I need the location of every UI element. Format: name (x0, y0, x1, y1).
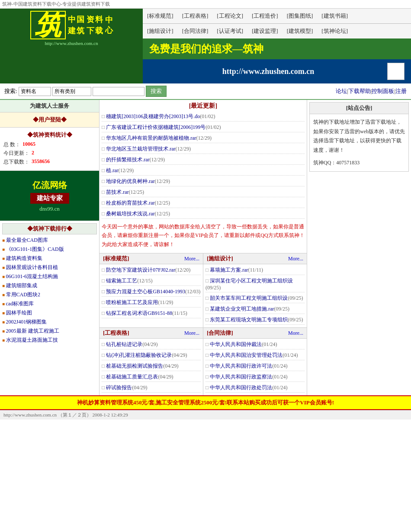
hetong-item-0[interactable]: 中华人民共和国仲裁法 (210, 341, 262, 347)
rank-item-9[interactable]: 2002J401钢梯图集 (6, 319, 47, 325)
cat-biaozhun: [标准规范] More... □ 防空地下室建筑设计07FJ02.rar(12/… (100, 253, 203, 327)
cat-gongjian-more[interactable]: More... (184, 330, 199, 337)
cat-gongjian: [工程表格] More... □ 钻孔桩钻进记录(04/29) □ 钻(冲)孔灌… (100, 328, 203, 395)
nav-luntan[interactable]: [筑神论坛] (317, 26, 352, 37)
update-item-5[interactable]: 植.rar (106, 167, 118, 173)
cat-gongjian-link[interactable]: [工程表格] (103, 329, 129, 337)
rank-item-6[interactable]: 常用CAD图块2 (6, 292, 40, 298)
nav-biaozhun[interactable]: [标准规范] (143, 10, 178, 22)
rank-item-5[interactable]: 建筑细部集成 (6, 282, 37, 288)
nav-area: [标准规范] [工程表格] [工程论文] [工程造价] [图集图纸] [建筑书籍… (143, 9, 411, 83)
ad-line3: dns99.cn (39, 205, 60, 212)
cat-hetong-more[interactable]: More... (288, 330, 303, 337)
date-7: (12/25) (129, 189, 144, 195)
hetong-item-4[interactable]: 中华人民共和国行政处罚法 (210, 385, 272, 391)
nav-zaojia[interactable]: [工程造价] (247, 10, 283, 22)
cat-biaozhun-more[interactable]: More... (184, 256, 199, 262)
biaozhun-item-3[interactable]: 喷粉桩施工工艺及应用 (106, 299, 158, 305)
rank-item-8[interactable]: 园林手绘图 (6, 310, 32, 316)
user-login-text: ◆用户登陆◆ (33, 116, 67, 123)
update-item-2[interactable]: 华东地区几种有前景的耐荫地被植物.rar (106, 135, 196, 141)
shizu-item-0[interactable]: 幕墙施工方案.rar (210, 267, 248, 273)
rank-item-7[interactable]: cad标准图库 (6, 301, 34, 307)
search-label: 搜索: (4, 87, 17, 95)
list-item: □ 苗技术.rar(12/25) (102, 188, 305, 197)
nav-jianli[interactable]: [建设监理] (247, 26, 283, 37)
update-item-1[interactable]: 广东省建设工程计价依据穗建筑[2006]199号 (106, 124, 206, 130)
hetong-item-2[interactable]: 中华人民共和国行政许可法 (210, 363, 272, 369)
nav-tujizhuji[interactable]: [图集图纸] (283, 10, 318, 22)
update-item-7[interactable]: 苗技术.rar (106, 189, 128, 195)
date-2: (12/29) (196, 135, 212, 141)
stats-section: ◆筑神资料统计◆ 总 数： 10065 今日更新： 2 总下载数： 355865… (0, 128, 99, 171)
date-4: (12/29) (150, 157, 165, 163)
nav-shizusheji[interactable]: [施组设计] (143, 26, 178, 37)
gongjian-item-2[interactable]: 桩基础无损检测试验报告 (106, 363, 163, 369)
shizu-item-3[interactable]: 某建筑企业文明工地措施.rar (210, 306, 274, 312)
logo-zhu-char: 筑 (30, 11, 66, 39)
update-item-6[interactable]: 地绿化的优良树种.rar (106, 178, 154, 184)
nav-shujixj[interactable]: [建筑书籍] (317, 10, 352, 22)
update-item-8[interactable]: 栓皮栎的育苗技术.rar (106, 200, 154, 206)
stats-title: ◆筑神资料统计◆ (3, 131, 96, 139)
rank-item-10[interactable]: 2005最新 建筑工程施工 (6, 328, 59, 334)
rank-item-2[interactable]: 建筑构造资料集 (6, 255, 42, 261)
update-item-9[interactable]: 桑树栽培技术浅说.rar (106, 211, 154, 217)
nav-lunwen[interactable]: [工程论文] (212, 10, 247, 22)
shizu-item-2[interactable]: 韶关市某车间工程文明施工组织设 (210, 295, 288, 301)
gongjian-item-3[interactable]: 桩基础施工质量汇总表 (106, 374, 158, 380)
ad-box[interactable]: 亿流网络 建站专家 dns99.cn (0, 171, 99, 221)
update-item-0[interactable]: 穗建筑[2003]106及穗建劳办[2003]13号.do (106, 113, 200, 119)
nav-biaoge[interactable]: [工程表格] (178, 10, 213, 22)
left-sidebar: 为建筑人士服务 ◆用户登陆◆ ◆筑神资料统计◆ 总 数： 10065 今日更新：… (0, 100, 100, 395)
biaozhun-item-4[interactable]: 钻探工程名词术语GB9151-88 (106, 310, 172, 316)
bottom-cats: [标准规范] More... □ 防空地下室建筑设计07FJ02.rar(12/… (100, 253, 307, 395)
search-button[interactable]: 搜索 (146, 86, 167, 97)
promo-banner[interactable]: 神机妙算资料管理系统450元/套,施工安全管理系统2500元/套!联系本站购买成… (0, 395, 411, 410)
forum-link[interactable]: 论坛 (336, 88, 347, 94)
gongjian-item-4[interactable]: 碎试验报告 (106, 385, 132, 391)
biaozhun-item-2[interactable]: 预应力混凝土空心板GB14040-1993 (106, 288, 185, 295)
cat-biaozhun-link[interactable]: [标准规范] (103, 255, 129, 263)
recent-title-link[interactable]: [最近更新] (189, 103, 217, 109)
list-item: □ 华东地区几种有前景的耐荫地被植物.rar(12/29) (102, 134, 305, 143)
rank-item-0[interactable]: 最全最全CAD图库 (6, 237, 48, 243)
nav-hetong[interactable]: [合同法律] (178, 26, 213, 37)
update-item-4[interactable]: 的扦插繁殖技术.rar (106, 157, 149, 163)
logo-url: http://www.zhushen.com.cn (45, 41, 98, 46)
register-link[interactable]: 注册 (395, 88, 407, 94)
nav-kaoshi[interactable]: [认证考试] (212, 26, 247, 37)
hetong-item-1[interactable]: 中华人民共和国治安管理处罚法 (210, 352, 283, 358)
search-cat-input[interactable] (52, 87, 91, 96)
list-item: ■ 06G101-6混凝土结构施 (2, 273, 97, 280)
list-item: □ 桑树栽培技术浅说.rar(12/25) (102, 209, 305, 219)
shizu-item-1[interactable]: 深圳某住宅小区工程文明施工组织设 (210, 278, 293, 284)
cat-shizu-more[interactable]: More... (288, 256, 303, 262)
update-item-3[interactable]: 华北地区玉兰栽培管理技术.rar (106, 146, 175, 152)
rank-item-1[interactable]: 《03G101-1图集》CAD版 (6, 246, 64, 252)
rank-title: ◆筑神下载排行◆ (2, 223, 97, 234)
shizu-item-4[interactable]: 东莞某工程现场文明施工专项组织 (210, 317, 288, 323)
search-keyword-input[interactable] (93, 87, 144, 96)
control-panel-link[interactable]: 控制面板 (372, 88, 394, 94)
gongjian-item-0[interactable]: 钻孔桩钻进记录 (106, 341, 142, 347)
nav-top: [标准规范] [工程表格] [工程论文] [工程造价] [图集图纸] [建筑书籍… (143, 9, 411, 24)
today-label: 今日更新： (3, 150, 29, 157)
rank-item-3[interactable]: 园林景观设计各料目植 (6, 264, 58, 270)
today-value: 2 (32, 150, 34, 157)
cat-shizu-link[interactable]: [施组设计] (207, 255, 233, 263)
biaozhun-item-0[interactable]: 防空地下室建筑设计07FJ02.rar (106, 267, 175, 273)
cat-hetong-link[interactable]: [合同法律] (207, 329, 233, 337)
list-item: ■ 园林景观设计各料目植 (2, 264, 97, 271)
download-help-link[interactable]: 下载帮助 (348, 88, 371, 94)
status-text: http://www.zhushen.com.cn （第１／２页） 2008-1… (3, 412, 128, 417)
search-name-input[interactable] (19, 87, 51, 96)
rank-item-11[interactable]: 水泥混凝土路面施工技 (6, 337, 58, 343)
list-item: □ 广东省建设工程计价依据穗建筑[2006]199号(01/02) (102, 123, 305, 132)
hetong-item-3[interactable]: 中华人民共和国行政监察法 (210, 374, 272, 380)
date-0: (01/02) (200, 113, 215, 119)
gongjian-item-1[interactable]: 钻(冲)孔灌注桩隐蔽验收记录 (106, 352, 172, 358)
nav-moxing[interactable]: [建筑模型] (283, 26, 318, 37)
biaozhun-item-1[interactable]: 锚索施工工艺 (106, 278, 137, 284)
rank-item-4[interactable]: 06G101-6混凝土结构施 (6, 273, 58, 279)
